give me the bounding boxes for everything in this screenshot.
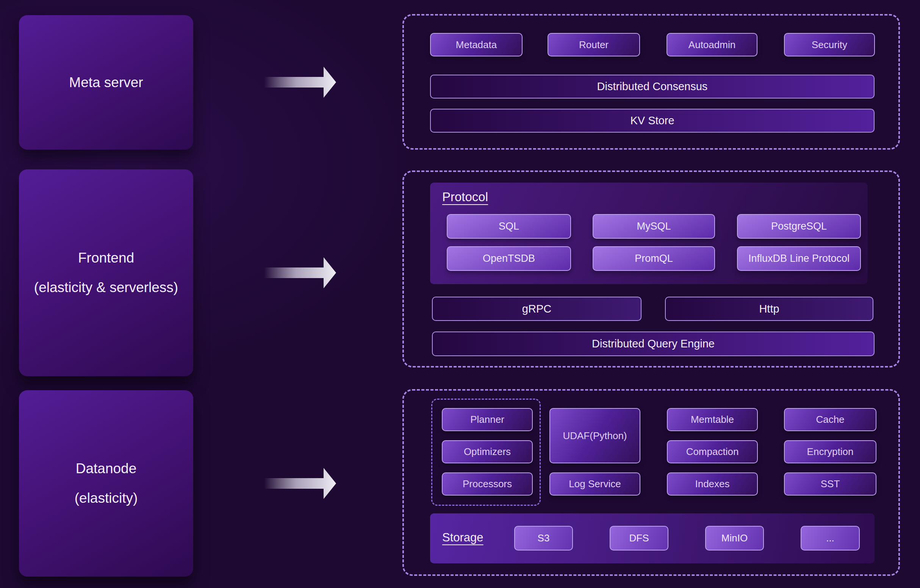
architecture-diagram: Meta server Frontend (elasticity & serve…: [0, 0, 920, 588]
protocol-opentsdb: OpenTSDB: [447, 246, 571, 271]
bar-http-label: Http: [759, 303, 779, 315]
arrow-right-icon: [264, 468, 337, 499]
module-planner: Planner: [442, 408, 533, 431]
protocol-postgresql: PostgreSQL: [737, 214, 861, 239]
module-encryption-label: Encryption: [807, 446, 854, 458]
protocol-sql-label: SQL: [499, 220, 519, 232]
module-memtable-label: Memtable: [691, 414, 734, 426]
module-optimizers-label: Optimizers: [464, 446, 511, 458]
module-metadata-label: Metadata: [456, 39, 497, 51]
protocol-postgresql-label: PostgreSQL: [771, 220, 827, 232]
protocol-opentsdb-label: OpenTSDB: [483, 253, 535, 264]
module-udaf-label: UDAF(Python): [563, 430, 627, 442]
protocol-mysql: MySQL: [593, 214, 715, 239]
storage-title: Storage: [442, 531, 483, 544]
storage-more-label: ...: [826, 532, 834, 544]
bar-distributed-consensus-label: Distributed Consensus: [597, 80, 708, 93]
node-datanode-label: Datanode: [76, 454, 136, 483]
storage-minio-label: MinIO: [721, 532, 748, 544]
module-processors-label: Processors: [463, 478, 512, 490]
module-cache: Cache: [784, 408, 876, 431]
node-frontend-sublabel: (elasticity & serverless): [34, 273, 178, 302]
storage-dfs-label: DFS: [629, 532, 649, 544]
bar-http: Http: [665, 296, 873, 321]
arrow-right-icon: [264, 66, 337, 98]
bar-grpc: gRPC: [432, 296, 641, 321]
module-memtable: Memtable: [667, 408, 758, 431]
module-compaction: Compaction: [667, 440, 758, 463]
module-processors: Processors: [442, 473, 533, 496]
bar-kv-store: KV Store: [430, 109, 875, 133]
arrow-right-icon: [264, 257, 337, 289]
module-log-service: Log Service: [549, 473, 640, 496]
module-router-label: Router: [579, 39, 609, 51]
module-autoadmin-label: Autoadmin: [688, 39, 735, 51]
node-meta-server-label: Meta server: [69, 68, 143, 97]
bar-distributed-consensus: Distributed Consensus: [430, 75, 875, 99]
module-router: Router: [547, 33, 640, 57]
protocol-influxdb-line-protocol: InfluxDB Line Protocol: [737, 246, 861, 271]
module-security-label: Security: [811, 39, 847, 51]
module-encryption: Encryption: [784, 440, 876, 463]
module-planner-label: Planner: [470, 414, 504, 426]
protocol-title: Protocol: [442, 190, 488, 204]
module-sst: SST: [784, 473, 876, 496]
module-indexes-label: Indexes: [695, 478, 729, 490]
node-datanode: Datanode (elasticity): [19, 390, 193, 577]
module-autoadmin: Autoadmin: [667, 33, 758, 57]
module-cache-label: Cache: [816, 414, 844, 426]
protocol-sql: SQL: [447, 214, 571, 239]
module-metadata: Metadata: [430, 33, 523, 57]
node-frontend-label: Frontend: [78, 243, 134, 273]
module-indexes: Indexes: [667, 473, 758, 496]
storage-more: ...: [801, 526, 860, 551]
module-log-service-label: Log Service: [569, 478, 621, 490]
storage-minio: MinIO: [705, 526, 764, 551]
bar-kv-store-label: KV Store: [630, 114, 674, 127]
node-datanode-sublabel: (elasticity): [75, 483, 138, 513]
bar-distributed-query-engine: Distributed Query Engine: [432, 332, 875, 356]
bar-distributed-query-engine-label: Distributed Query Engine: [592, 338, 714, 350]
protocol-promql-label: PromQL: [635, 253, 673, 264]
module-udaf: UDAF(Python): [549, 408, 640, 463]
storage-s3-label: S3: [538, 532, 550, 544]
module-compaction-label: Compaction: [686, 446, 739, 458]
bar-grpc-label: gRPC: [522, 303, 551, 315]
protocol-influxdb-line-protocol-label: InfluxDB Line Protocol: [748, 253, 850, 264]
node-frontend: Frontend (elasticity & serverless): [19, 169, 193, 376]
storage-dfs: DFS: [610, 526, 668, 551]
node-meta-server: Meta server: [19, 15, 193, 150]
module-optimizers: Optimizers: [442, 440, 533, 463]
module-security: Security: [784, 33, 875, 57]
module-sst-label: SST: [821, 478, 840, 490]
storage-s3: S3: [514, 526, 573, 551]
protocol-promql: PromQL: [593, 246, 715, 271]
protocol-mysql-label: MySQL: [637, 220, 671, 232]
